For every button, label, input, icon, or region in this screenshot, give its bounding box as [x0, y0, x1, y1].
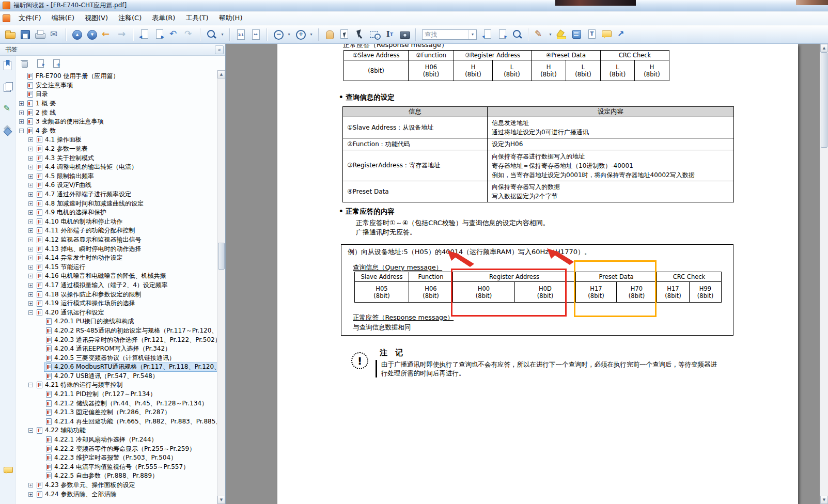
bookmark-item[interactable]: +4.5 限制输出频率: [15, 172, 217, 181]
bookmark-item[interactable]: +4.3 关于控制模式: [15, 153, 217, 163]
select-text-icon[interactable]: [383, 28, 396, 41]
page-prev-icon[interactable]: [137, 28, 151, 41]
bookmark-hit-area[interactable]: 4.4 调整电机的输出转矩（电流）: [35, 163, 139, 171]
dropdown-caret-icon[interactable]: ▾: [308, 28, 314, 41]
bookmark-item[interactable]: +4.7 通过外部端子进行频率设定: [15, 190, 217, 199]
bookmark-hit-area[interactable]: FR-E700 使用手册（应用篇）: [26, 72, 120, 81]
bookmark-item[interactable]: +4.2 参数一览表: [15, 145, 217, 154]
sidebar-scrollbar[interactable]: ▲ ▼: [217, 70, 225, 504]
menu-item-0[interactable]: 文件(F): [13, 11, 46, 25]
comment-icon[interactable]: [600, 28, 613, 41]
bookmark-hit-area[interactable]: 4.3 关于控制模式: [35, 154, 96, 162]
bookmark-hit-area[interactable]: 4.5 限制输出频率: [35, 172, 96, 180]
collapse-toggle-icon[interactable]: −: [19, 129, 24, 133]
bookmark-item[interactable]: +4.11 外部端子的功能分配和控制: [15, 226, 217, 235]
highlight-icon[interactable]: [555, 28, 568, 41]
collapse-toggle-icon[interactable]: −: [28, 310, 33, 315]
bookmark-hit-area[interactable]: 4.20.3 通讯异常时的动作选择（Pr.121、Pr.122、Pr.502）: [44, 336, 217, 344]
page-next-icon[interactable]: [152, 28, 166, 41]
save-icon[interactable]: [18, 28, 32, 41]
bookmark-item[interactable]: +4.19 运行模式和操作场所的选择: [15, 299, 217, 308]
scroll-down-icon[interactable]: ▼: [820, 496, 828, 504]
document-view[interactable]: 正常应答（Response message） ①Slave Address②Fu…: [226, 44, 828, 504]
bookmark-item[interactable]: −4.20 通讯运行和设定: [15, 308, 217, 317]
expand-toggle-icon[interactable]: +: [28, 274, 33, 278]
bookmark-hit-area[interactable]: 4.15 节能运行: [35, 263, 87, 271]
bookmark-item[interactable]: −4.21 特殊的运行与频率控制: [15, 381, 217, 390]
comments-panel-icon[interactable]: [3, 465, 13, 475]
expand-bookmarks-icon[interactable]: [52, 58, 61, 68]
bookmark-item[interactable]: 目录: [15, 90, 217, 99]
menu-item-2[interactable]: 视图(V): [80, 11, 113, 25]
expand-toggle-icon[interactable]: +: [28, 256, 33, 260]
expand-toggle-icon[interactable]: +: [28, 228, 33, 233]
bookmark-hit-area[interactable]: 4.16 电机噪音和电磁噪音的降低、机械共振: [35, 272, 168, 280]
bookmark-item[interactable]: +4.13 掉电、瞬时停电时的动作选择: [15, 244, 217, 254]
dropdown-caret-icon[interactable]: ▾: [286, 28, 292, 41]
bookmark-hit-area[interactable]: 4.22.2 变频器零件的寿命显示（Pr.255～Pr.259）: [44, 445, 197, 453]
bookmark-hit-area[interactable]: 4.20 通讯运行和设定: [35, 308, 106, 317]
dropdown-caret-icon[interactable]: ▾: [220, 28, 225, 41]
bookmark-hit-area[interactable]: 4.12 监视器显示和监视器输出信号: [35, 235, 143, 244]
expand-toggle-icon[interactable]: +: [28, 201, 33, 206]
bookmark-item[interactable]: +4.24 参数清除、全部清除: [15, 490, 217, 499]
bookmark-hit-area[interactable]: 4.22.3 维护定时器报警（Pr.503、Pr.504）: [44, 454, 178, 462]
select-arrow-icon[interactable]: [353, 28, 366, 41]
bookmark-hit-area[interactable]: 4.20.5 三菱变频器协议（计算机链接通讯）: [44, 354, 177, 362]
main-scrollbar-thumb[interactable]: [821, 52, 827, 148]
expand-toggle-icon[interactable]: +: [19, 101, 24, 106]
bookmark-item[interactable]: 4.21.4 再生回避功能（Pr.665、Pr.882、Pr.883、Pr.88…: [15, 417, 217, 427]
email-icon[interactable]: [48, 28, 61, 41]
dropdown-caret-icon[interactable]: ▾: [548, 28, 553, 41]
bookmark-hit-area[interactable]: 4.21.2 储线器控制（Pr.44、Pr.45、Pr.128～Pr.134）: [44, 399, 209, 407]
expand-toggle-icon[interactable]: +: [28, 219, 33, 224]
bookmark-item[interactable]: +4.4 调整电机的输出转矩（电流）: [15, 163, 217, 172]
expand-toggle-icon[interactable]: +: [28, 292, 33, 297]
bookmark-hit-area[interactable]: 4.7 通过外部端子进行频率设定: [35, 191, 133, 199]
bookmark-item[interactable]: +4.12 监视器显示和监视器输出信号: [15, 235, 217, 245]
bookmark-hit-area[interactable]: 1 概 要: [26, 100, 57, 108]
bookmark-hit-area[interactable]: 4.9 电机的选择和保护: [35, 209, 108, 217]
expand-toggle-icon[interactable]: +: [28, 301, 33, 306]
expand-toggle-icon[interactable]: +: [28, 283, 33, 288]
bookmark-item[interactable]: FR-E700 使用手册（应用篇）: [15, 72, 217, 81]
bookmark-item[interactable]: +4.18 误操作防止和参数设定的限制: [15, 290, 217, 299]
bookmark-hit-area[interactable]: 4.22.5 自由参数（Pr.888、Pr.889）: [44, 472, 160, 480]
find-dropdown-icon[interactable]: ▾: [468, 30, 476, 39]
bookmark-item[interactable]: −4.22 辅助功能: [15, 426, 217, 435]
bookmark-hit-area[interactable]: 4.21.1 PID控制（Pr.127～Pr.134）: [44, 390, 158, 399]
bookmark-hit-area[interactable]: 4.17 通过模拟量输入（端子2、4）设定频率: [35, 281, 169, 289]
collapse-toggle-icon[interactable]: −: [28, 383, 33, 387]
bookmark-item[interactable]: −4 参 数: [15, 127, 217, 136]
expand-toggle-icon[interactable]: +: [28, 183, 33, 187]
fit-page-icon[interactable]: [249, 28, 262, 41]
bookmark-hit-area[interactable]: 4.13 掉电、瞬时停电时的动作选择: [35, 245, 143, 253]
expand-toggle-icon[interactable]: +: [28, 492, 33, 497]
bookmark-item[interactable]: +4.6 设定V/F曲线: [15, 181, 217, 190]
find-input[interactable]: [423, 30, 468, 39]
bookmark-item[interactable]: +4.1 操作面板: [15, 135, 217, 145]
expand-toggle-icon[interactable]: +: [28, 137, 33, 142]
expand-toggle-icon[interactable]: +: [28, 147, 33, 151]
actual-size-icon[interactable]: [234, 28, 247, 41]
bookmark-item[interactable]: +1 概 要: [15, 99, 217, 108]
bookmark-hit-area[interactable]: 4.11 外部端子的功能分配和控制: [35, 227, 137, 235]
bookmark-hit-area[interactable]: 4.20.6 ModbusRTU通讯规格（Pr.117、Pr.118、Pr.12…: [44, 363, 217, 371]
collapse-panel-button[interactable]: «: [215, 45, 224, 54]
expand-toggle-icon[interactable]: +: [28, 192, 33, 197]
zoom-out-icon[interactable]: [271, 28, 285, 41]
print-icon[interactable]: [33, 28, 46, 41]
bookmark-item[interactable]: 4.20.4 通讯EEPROM写入选择（Pr.342）: [15, 344, 217, 354]
bookmark-hit-area[interactable]: 4.14 异常发生时的动作设定: [35, 254, 124, 262]
bookmark-item[interactable]: 安全注意事项: [15, 81, 217, 90]
expand-toggle-icon[interactable]: +: [28, 238, 33, 242]
scroll-up-icon[interactable]: ▲: [217, 70, 225, 78]
bookmark-item[interactable]: +2 接 线: [15, 108, 217, 117]
back-icon[interactable]: [100, 28, 114, 41]
bookmark-hit-area[interactable]: 4.22.1 冷却风扇动作选择（Pr.244）: [44, 436, 159, 444]
bookmark-hit-area[interactable]: 4.23 参数单元、操作面板的设定: [35, 481, 137, 490]
bookmark-hit-area[interactable]: 4.1 操作面板: [35, 136, 83, 144]
bookmark-item[interactable]: +4.17 通过模拟量输入（端子2、4）设定频率: [15, 281, 217, 290]
pages-panel-icon[interactable]: [3, 82, 13, 92]
document-icon[interactable]: [3, 14, 10, 22]
